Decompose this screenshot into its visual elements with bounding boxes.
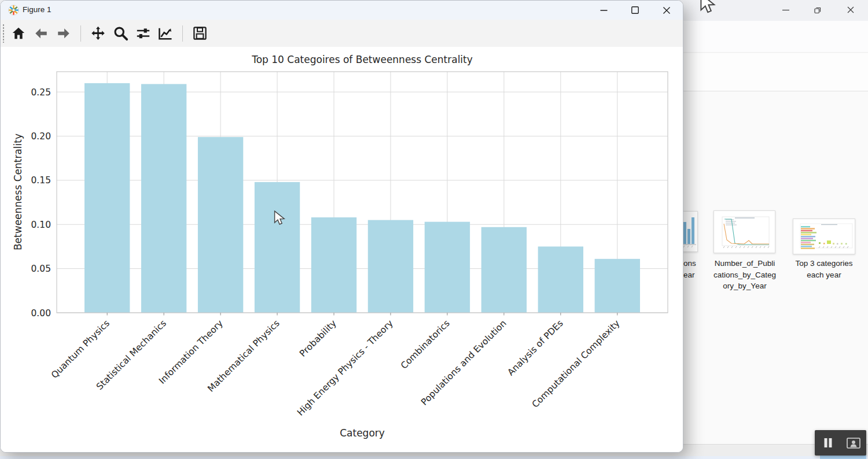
x-tick-label: Quantum Physics [49,318,112,380]
y-tick-label: 0.00 [31,308,51,319]
bar-5 [368,220,413,313]
toolbar-separator [182,25,183,42]
y-tick-label: 0.25 [31,87,51,98]
y-axis-label: Betweenness Centrality [12,134,24,250]
toolbar-separator [80,25,81,42]
save-button[interactable] [190,23,209,44]
figure-maximize-button[interactable] [621,1,649,20]
recording-overlay [815,430,866,456]
x-tick-label: Information Theory [157,318,225,386]
figure-close-button[interactable] [653,1,680,20]
bar-2 [198,137,243,313]
bar-4 [311,217,356,313]
bar-0 [84,83,130,313]
x-tick-label: Probability [297,318,339,359]
file-label-number-of-publications[interactable]: Number_of_Publi cations_by_Categ ory_by_… [707,258,782,292]
maximize-icon [631,6,639,14]
y-tick-label: 0.20 [31,131,51,142]
figure-canvas: Top 10 Categoires of Betweenness Central… [1,47,683,453]
chart-title: Top 10 Categoires of Betweenness Central… [57,54,668,65]
y-tick-label: 0.15 [31,175,51,186]
close-icon [662,6,671,15]
explorer-minimize-button[interactable] [773,0,799,20]
pan-button[interactable] [88,23,108,44]
edit-axis-button[interactable] [156,23,175,44]
zoom-rect-button[interactable] [111,23,130,44]
home-icon [11,26,26,41]
minimize-icon [599,6,608,14]
bar-7 [481,227,527,313]
x-tick-label: Combinatorics [399,318,452,371]
close-icon [847,6,855,14]
x-tick-label: High Energy Physics - Theory [295,318,395,418]
bar-3 [255,182,300,313]
x-axis-label: Category [57,427,668,439]
bar-1 [141,84,186,313]
toolbar-grip[interactable] [2,24,5,43]
pause-button[interactable] [818,432,838,453]
magnifier-icon [113,25,128,41]
home-button[interactable] [9,23,28,44]
restore-icon [814,6,822,14]
figure-minimize-button[interactable] [590,1,617,20]
mini-scatter-chart-icon [793,219,855,254]
bar-6 [425,222,470,313]
figure-titlebar[interactable]: Figure 1 [1,1,683,20]
floppy-disk-icon [192,25,208,41]
file-thumbnail-top-3-categories[interactable] [793,219,855,254]
person-frame-icon [847,438,860,449]
matplotlib-toolbar [1,20,683,47]
taskbar-edge [0,456,868,459]
arrow-right-icon [56,26,71,41]
bar-chart: 0.000.050.100.150.200.25Quantum PhysicsS… [1,47,683,453]
configure-subplots-button[interactable] [133,23,153,44]
sliders-icon [135,25,151,41]
forward-button[interactable] [54,23,73,44]
file-label-top-3-categories[interactable]: Top 3 categories each year [788,258,860,280]
file-label-fragment[interactable]: ons ear [683,258,710,280]
taskbar-accent [820,455,866,459]
bar-8 [538,246,583,313]
explorer-restore-button[interactable] [804,0,831,20]
y-tick-label: 0.10 [31,220,51,230]
file-thumbnail-number-of-publications-by-category[interactable] [713,210,775,253]
figure-window-title: Figure 1 [23,5,52,14]
back-button[interactable] [31,23,51,44]
y-tick-label: 0.05 [31,264,51,274]
explorer-close-button[interactable] [837,0,864,20]
mini-line-chart-icon [714,211,775,253]
matplotlib-figure-window: Figure 1 [0,0,683,453]
matplotlib-logo-icon [8,5,19,16]
camera-preview-button[interactable] [843,432,864,453]
arrow-left-icon [34,26,49,41]
pan-move-icon [90,25,106,41]
line-chart-icon [157,25,174,42]
x-tick-label: Analysis of PDEs [506,318,565,377]
minimize-icon [782,6,790,14]
bar-9 [595,259,640,313]
pause-icon [822,437,834,449]
